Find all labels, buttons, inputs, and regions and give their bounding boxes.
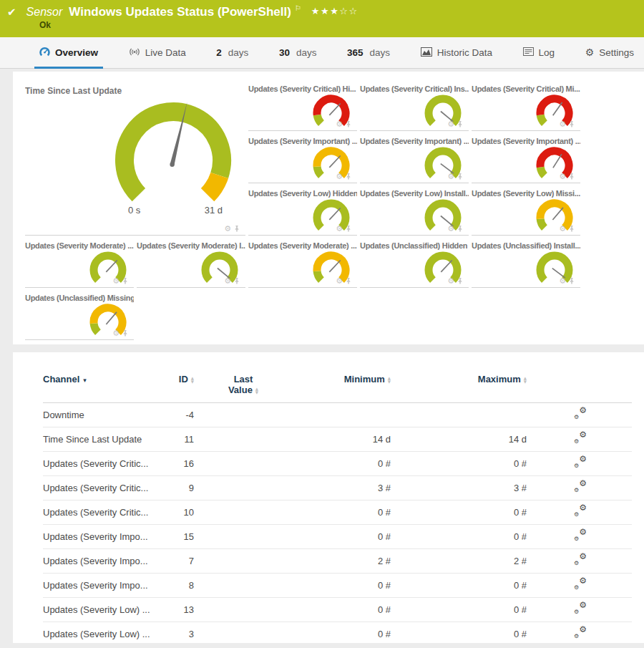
table-row[interactable]: Updates (Severity Critic...160 #0 #⚙⚙ [43,452,632,476]
edit-channel-icon[interactable]: ⚙⚙ [574,432,587,444]
gear-icon[interactable]: ⚙ [447,120,454,128]
cell-id: 7 [175,549,204,574]
edit-channel-icon[interactable]: ⚙⚙ [574,530,587,541]
tab-bar: OverviewLive Data2days30days365daysHisto… [0,37,644,69]
edit-channel-icon[interactable]: ⚙⚙ [574,627,587,639]
edit-channel-icon[interactable]: ⚙⚙ [574,457,587,468]
tab-settings[interactable]: ⚙Settings [585,37,634,68]
column-header-channel[interactable]: Channel▾ [43,371,175,403]
pin-icon[interactable] [122,277,128,285]
pin-icon[interactable] [457,173,463,180]
broadcast-icon [129,47,140,59]
pin-icon[interactable] [457,120,463,128]
cell-id: 10 [175,500,204,525]
edit-channel-icon[interactable]: ⚙⚙ [574,603,587,614]
tab-days-365[interactable]: 365days [347,37,390,68]
gear-icon[interactable]: ⚙ [336,120,343,128]
cell-maximum: 0 # [401,574,537,598]
pin-icon[interactable] [569,173,575,180]
pin-icon[interactable] [569,277,575,285]
main-gauge-min-label: 0 s [128,205,140,216]
pin-icon[interactable] [569,120,575,128]
tab-days-2[interactable]: 2days [216,37,248,68]
pin-icon[interactable] [569,225,575,233]
pin-icon[interactable] [346,225,351,233]
column-header-maximum[interactable]: Maximum▲▼ [401,371,537,403]
gear-icon[interactable]: ⚙ [224,225,231,233]
table-row[interactable]: Updates (Severity Impo...72 #2 #⚙⚙ [43,549,632,574]
pin-icon[interactable] [122,329,128,337]
tab-num: 365 [347,47,364,58]
gear-icon[interactable]: ⚙ [559,120,566,128]
tab-num: 2 [216,47,222,58]
pin-icon[interactable] [457,225,463,233]
tab-num: 30 [279,47,290,58]
tab-log[interactable]: Log [523,37,555,68]
table-row[interactable]: Updates (Severity Critic...93 #3 #⚙⚙ [43,476,632,500]
gear-icon[interactable]: ⚙ [336,277,343,285]
edit-channel-icon[interactable]: ⚙⚙ [574,481,587,493]
tab-days-30[interactable]: 30days [279,37,317,68]
table-row[interactable]: Updates (Severity Critic...100 #0 #⚙⚙ [43,500,632,525]
table-row[interactable]: Time Since Last Update1114 d14 d⚙⚙ [43,427,632,452]
sort-icon: ▲▼ [191,377,194,383]
pin-icon[interactable] [346,120,351,128]
edit-channel-icon[interactable]: ⚙⚙ [574,554,587,566]
edit-channel-icon[interactable]: ⚙⚙ [574,579,587,590]
table-row[interactable]: Updates (Severity Impo...80 #0 #⚙⚙ [43,574,632,598]
tab-overview[interactable]: Overview [39,37,98,68]
log-icon [523,47,534,58]
pin-icon[interactable] [234,277,240,285]
cell-id: 11 [175,427,204,452]
cell-last-value [204,427,283,452]
cell-minimum: 0 # [283,598,401,622]
cell-channel: Updates (Severity Critic... [43,476,175,500]
cell-minimum: 0 # [283,500,401,525]
pin-icon[interactable] [234,225,240,233]
priority-stars[interactable]: ★★★☆☆ [311,6,358,16]
column-header-minimum[interactable]: Minimum▲▼ [283,371,401,403]
pin-icon[interactable] [346,173,351,180]
cell-last-value [204,476,283,500]
gear-icon[interactable]: ⚙ [336,225,343,233]
gear-icon[interactable]: ⚙ [447,225,454,233]
gear-icon[interactable]: ⚙ [559,277,566,285]
gear-icon[interactable]: ⚙ [447,277,454,285]
cell-maximum [401,403,537,427]
histogram-icon [421,47,432,59]
gear-icon[interactable]: ⚙ [559,173,566,180]
table-row[interactable]: Downtime-4⚙⚙ [43,403,632,427]
cell-channel: Downtime [43,403,175,427]
column-header-last-value[interactable]: Last Value▲▼ [204,371,283,403]
cell-last-value [204,452,283,476]
gauge-cell: Updates (Severity Critical) Mi...⚙ [472,79,580,131]
sensor-title: Windows Updates Status (PowerShell) [69,5,291,19]
pin-icon[interactable] [457,277,463,285]
gauge-grid: Time Since Last Update 0 s 31 d ⚙ Update… [13,72,644,340]
table-row[interactable]: Updates (Severity Low) ...130 #0 #⚙⚙ [43,598,632,622]
table-row[interactable]: Updates (Severity Impo...150 #0 #⚙⚙ [43,525,632,549]
table-row[interactable]: Updates (Severity Low) ...30 #0 #⚙⚙ [43,622,632,644]
column-header-id[interactable]: ID▲▼ [175,371,204,403]
gauges-panel: Time Since Last Update 0 s 31 d ⚙ Update… [13,72,644,344]
gauge-title: Updates (Severity Moderate) ... [248,236,357,250]
edit-channel-icon[interactable]: ⚙⚙ [574,408,587,420]
gear-icon[interactable]: ⚙ [447,173,454,180]
pin-icon[interactable] [346,277,351,285]
gauge-cell: Updates (Severity Moderate) ...⚙ [248,236,357,288]
cell-minimum: 0 # [283,452,401,476]
gear-icon[interactable]: ⚙ [336,173,343,180]
cell-channel: Updates (Severity Critic... [43,500,175,525]
gear-icon[interactable]: ⚙ [224,277,231,285]
tab-historic-data[interactable]: Historic Data [421,37,492,68]
cell-last-value [204,598,283,622]
gauge-title: Updates (Severity Critical) Ins... [360,79,469,93]
gear-icon[interactable]: ⚙ [112,329,119,337]
cell-last-value [204,525,283,549]
tab-live-data[interactable]: Live Data [129,37,186,68]
gauge-cell: Updates (Unclassified) Hidden⚙ [360,236,469,288]
edit-channel-icon[interactable]: ⚙⚙ [574,506,587,517]
gear-icon[interactable]: ⚙ [112,277,119,285]
gear-icon[interactable]: ⚙ [559,225,566,233]
cell-last-value [204,549,283,574]
